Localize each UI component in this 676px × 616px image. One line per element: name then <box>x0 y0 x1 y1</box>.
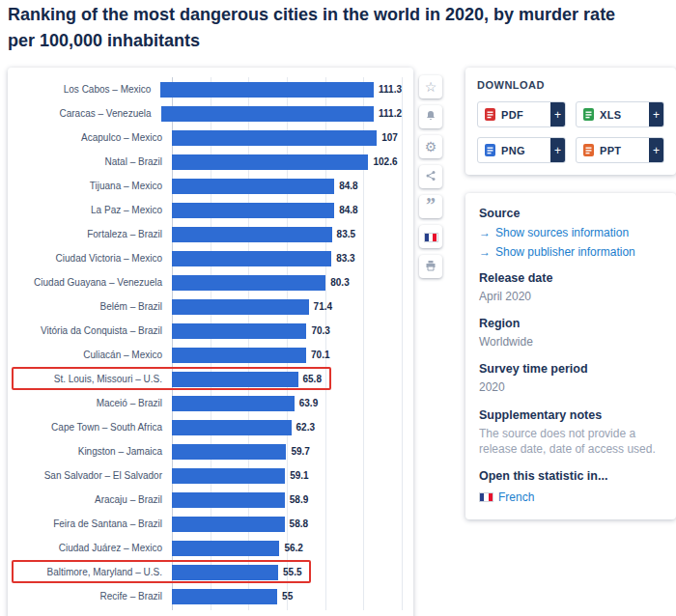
chart-row: Recife – Brazil55 <box>19 584 402 608</box>
bar-category-label: Caracas – Venezuela <box>19 108 161 119</box>
bar[interactable] <box>172 251 331 266</box>
plus-icon: + <box>550 102 565 126</box>
bar-area: 84.8 <box>172 174 402 198</box>
arrow-right-icon: → <box>479 226 491 239</box>
arrow-right-icon: → <box>479 245 491 259</box>
show-sources-link[interactable]: → Show sources information <box>479 226 662 239</box>
print-button[interactable] <box>419 255 442 278</box>
bar-category-label: Kingston – Jamaica <box>19 446 172 457</box>
survey-period-value: 2020 <box>479 379 662 395</box>
chart-card: Los Cabos – Mexico111.3Caracas – Venezue… <box>8 68 413 616</box>
download-png-button[interactable]: PNG+ <box>477 137 566 163</box>
open-statistic-heading: Open this statistic in... <box>479 469 662 483</box>
details-card: Source → Show sources information → Show… <box>465 193 676 519</box>
bar[interactable] <box>172 275 325 291</box>
notifications-button[interactable] <box>419 105 442 128</box>
download-ppt-button[interactable]: PPT+ <box>576 137 664 163</box>
bar-category-label: Natal – Brazil <box>19 156 172 167</box>
show-sources-label: Show sources information <box>495 226 629 239</box>
statistic-page: Ranking of the most dangerous cities in … <box>0 0 676 616</box>
bar[interactable] <box>172 565 278 580</box>
bar-area: 55 <box>172 584 402 608</box>
chart-row: Natal – Brazil102.6 <box>19 150 402 174</box>
gear-icon: ⚙ <box>425 138 437 155</box>
french-flag-icon <box>479 492 493 502</box>
bar-category-label: Culiacán – Mexico <box>19 350 172 360</box>
open-in-french-link[interactable]: French <box>479 490 662 504</box>
share-icon <box>425 168 437 185</box>
bar-area: 83.5 <box>172 222 402 246</box>
bar-category-label: Belém – Brazil <box>19 301 172 312</box>
bar-category-label: Fortaleza – Brazil <box>19 229 172 239</box>
chart-row: Tijuana – Mexico84.8 <box>19 174 402 198</box>
bar[interactable] <box>172 299 309 315</box>
download-pdf-button[interactable]: PDF+ <box>477 101 566 127</box>
bar[interactable] <box>172 492 285 508</box>
bar-value-label: 65.8 <box>303 374 322 384</box>
bar[interactable] <box>172 179 334 194</box>
png-file-icon <box>485 144 495 156</box>
bar[interactable] <box>172 468 285 484</box>
language-button[interactable] <box>419 225 442 248</box>
chart-row: La Paz – Mexico84.8 <box>19 198 402 222</box>
plus-icon: + <box>649 138 663 162</box>
bar[interactable] <box>172 589 277 604</box>
bar-area: 84.8 <box>172 198 402 222</box>
bar-category-label: San Salvador – El Salvador <box>19 470 172 481</box>
bar-value-label: 83.3 <box>336 253 354 264</box>
bar-chart: Los Cabos – Mexico111.3Caracas – Venezue… <box>19 77 402 608</box>
bar-value-label: 84.8 <box>339 205 357 215</box>
bar-area: 111.2 <box>161 101 402 126</box>
release-date-value: April 2020 <box>479 289 662 304</box>
settings-button[interactable]: ⚙ <box>419 135 442 158</box>
bar-value-label: 111.3 <box>379 84 402 95</box>
bar-value-label: 62.3 <box>296 422 315 433</box>
bar[interactable] <box>172 348 306 363</box>
bar-value-label: 71.4 <box>314 301 332 312</box>
bar-area: 59.7 <box>172 439 402 463</box>
bar-category-label: Tijuana – Mexico <box>19 181 172 191</box>
bar-category-label: Vitória da Conquista – Brazil <box>19 325 172 336</box>
chart-row: Kingston – Jamaica59.7 <box>19 439 402 463</box>
bar[interactable] <box>161 106 375 122</box>
bar[interactable] <box>160 82 374 98</box>
bar-category-label: Ciudad Victoria – Mexico <box>19 253 172 264</box>
region-heading: Region <box>479 317 662 330</box>
pdf-file-icon <box>485 108 495 121</box>
chart-row: Feira de Santana – Brazil58.8 <box>19 512 402 536</box>
bar[interactable] <box>172 517 285 532</box>
bar[interactable] <box>172 323 306 339</box>
show-publisher-link[interactable]: → Show publisher information <box>479 245 662 259</box>
star-icon: ☆ <box>425 78 437 96</box>
bar[interactable] <box>172 420 292 435</box>
print-icon <box>425 258 437 275</box>
bar-area: 58.9 <box>172 488 402 512</box>
region-value: Worldwide <box>479 334 662 350</box>
bar[interactable] <box>172 227 332 242</box>
bar[interactable] <box>172 396 295 411</box>
bar-value-label: 70.1 <box>311 350 329 360</box>
bar[interactable] <box>172 154 368 170</box>
bar[interactable] <box>172 203 334 218</box>
download-button-label: PPT <box>600 145 621 156</box>
chart-row: Ciudad Guayana – Venezuela80.3 <box>19 270 402 294</box>
share-button[interactable] <box>419 165 442 188</box>
download-xls-button[interactable]: XLS+ <box>576 101 664 127</box>
chart-row: Ciudad Juárez – Mexico56.2 <box>19 536 402 560</box>
bar-category-label: La Paz – Mexico <box>19 205 172 215</box>
bar[interactable] <box>172 541 279 556</box>
bar[interactable] <box>172 130 377 146</box>
chart-row: San Salvador – El Salvador59.1 <box>19 463 402 488</box>
download-card: DOWNLOAD PDF+XLS+PNG+PPT+ <box>465 68 676 175</box>
cite-button[interactable]: ” <box>419 195 442 218</box>
bar-area: 71.4 <box>172 294 402 319</box>
bar-category-label: Feira de Santana – Brazil <box>19 518 172 529</box>
chart-row: Aracaju – Brazil58.9 <box>19 488 402 512</box>
bell-icon <box>425 108 437 126</box>
page-title: Ranking of the most dangerous cities in … <box>8 2 641 54</box>
bar[interactable] <box>172 444 286 460</box>
bar[interactable] <box>172 372 298 387</box>
open-in-french-label: French <box>498 490 534 504</box>
bar-area: 55.5 <box>172 560 402 584</box>
favorite-button[interactable]: ☆ <box>419 75 442 98</box>
